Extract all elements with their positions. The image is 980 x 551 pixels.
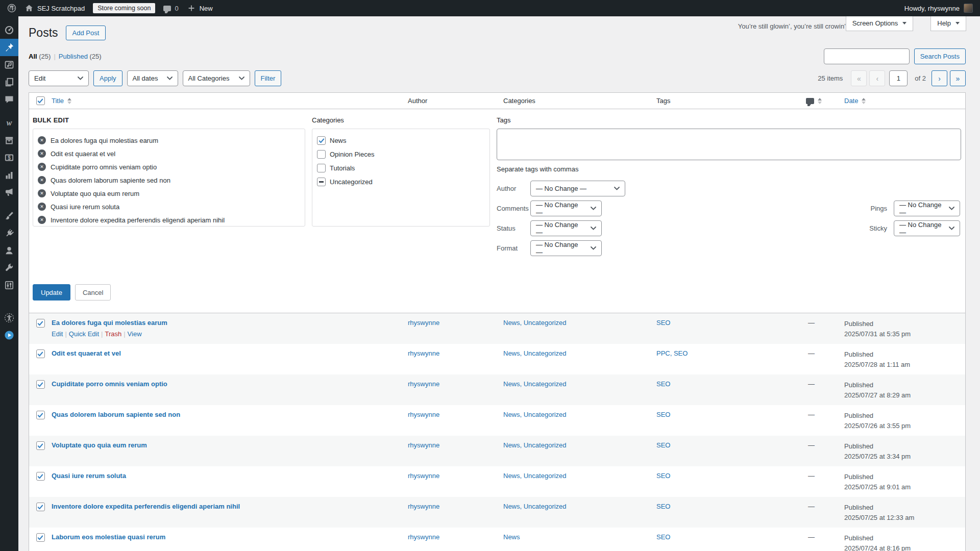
sidebar-item-appearance[interactable] [0,207,18,224]
sidebar-item-posts[interactable] [0,39,18,56]
remove-item-icon[interactable] [38,136,46,144]
post-author-link[interactable]: rhyswynne [408,319,439,327]
sidebar-item-tools[interactable] [0,259,18,277]
row-checkbox[interactable] [36,319,45,328]
sidebar-item-video-tutorials[interactable] [0,327,18,344]
sidebar-item-marketing[interactable] [0,184,18,201]
last-page-button[interactable]: » [950,70,966,86]
post-tags-links[interactable]: SEO [656,319,670,327]
filter-button[interactable]: Filter [255,70,282,86]
post-author-link[interactable]: rhyswynne [408,349,439,357]
post-categories-links[interactable]: News, Uncategorized [503,441,567,449]
post-tags-links[interactable]: SEO [656,380,670,388]
post-categories-links[interactable]: News, Uncategorized [503,319,567,327]
sort-by-date[interactable]: Date [844,97,866,105]
bulk-action-select[interactable]: Edit [29,70,89,86]
update-button[interactable]: Update [33,284,70,300]
site-menu[interactable]: SEJ Scratchpad [24,4,85,13]
sort-by-comments[interactable] [806,98,822,104]
post-title-link[interactable]: Odit est quaerat et vel [52,349,121,357]
sticky-select[interactable]: — No Change — [894,220,960,236]
post-title-link[interactable]: Quasi iure rerum soluta [52,472,126,480]
post-categories-links[interactable]: News [503,533,520,541]
sidebar-item-accessibility[interactable] [0,309,18,327]
post-title-link[interactable]: Inventore dolore expedita perferendis el… [52,503,240,510]
sidebar-item-w-plugin[interactable]: w [0,114,18,132]
wordpress-logo-icon[interactable] [7,4,16,13]
account-menu[interactable]: Howdy, rhyswynne [904,4,973,13]
author-select[interactable]: — No Change — [530,181,625,196]
category-checkbox[interactable] [317,164,326,172]
row-checkbox[interactable] [36,380,45,389]
row-checkbox[interactable] [36,411,45,419]
new-content-menu[interactable]: New [187,4,213,13]
remove-item-icon[interactable] [38,149,46,158]
date-filter-select[interactable]: All dates [127,70,178,86]
post-tags-links[interactable]: SEO [656,441,670,449]
add-post-button[interactable]: Add Post [66,26,106,40]
help-tab[interactable]: Help [930,16,966,31]
sidebar-item-archive[interactable] [0,132,18,149]
post-author-link[interactable]: rhyswynne [408,380,439,388]
row-checkbox[interactable] [36,441,45,450]
post-categories-links[interactable]: News, Uncategorized [503,411,567,418]
view-all-link[interactable]: All (25) [29,53,51,60]
edit-link[interactable]: Edit [52,330,63,338]
tags-textarea[interactable] [497,129,961,160]
post-title-link[interactable]: Quas dolorem laborum sapiente sed non [52,411,180,418]
post-title-link[interactable]: Laborum eos molestiae quasi rerum [52,533,165,541]
post-categories-links[interactable]: News, Uncategorized [503,380,567,388]
post-author-link[interactable]: rhyswynne [408,503,439,510]
sidebar-item-users[interactable] [0,242,18,259]
post-title-link[interactable]: Cupiditate porro omnis veniam optio [52,380,167,388]
cancel-button[interactable]: Cancel [75,284,111,300]
row-checkbox[interactable] [36,472,45,481]
post-tags-links[interactable]: SEO [656,411,670,418]
post-author-link[interactable]: rhyswynne [408,441,439,449]
sidebar-item-dashboard[interactable] [0,21,18,39]
post-title-link[interactable]: Ea dolores fuga qui molestias earum [52,319,167,327]
category-checkbox[interactable] [317,150,326,159]
post-categories-links[interactable]: News, Uncategorized [503,503,567,510]
trash-link[interactable]: Trash [105,330,121,338]
remove-item-icon[interactable] [38,163,46,171]
view-link[interactable]: View [128,330,142,338]
sidebar-item-pages[interactable] [0,73,18,91]
admin-bar-comments[interactable]: 0 [163,5,178,12]
sidebar-item-analytics[interactable] [0,166,18,184]
apply-button[interactable]: Apply [93,70,122,86]
screen-options-tab[interactable]: Screen Options [846,16,914,31]
post-title-link[interactable]: Voluptate quo quia eum rerum [52,441,147,449]
sidebar-item-sales[interactable]: $ [0,149,18,166]
view-published-link[interactable]: Published (25) [59,53,102,60]
post-tags-links[interactable]: PPC, SEO [656,349,688,357]
remove-item-icon[interactable] [38,189,46,197]
search-posts-button[interactable]: Search Posts [914,48,966,64]
status-select[interactable]: — No Change — [530,220,602,236]
post-categories-links[interactable]: News, Uncategorized [503,472,567,480]
row-checkbox[interactable] [36,349,45,358]
category-filter-select[interactable]: All Categories [183,70,250,86]
post-author-link[interactable]: rhyswynne [408,533,439,541]
next-page-button[interactable]: › [932,70,947,86]
sort-by-title[interactable]: Title [52,97,71,105]
sidebar-item-comments[interactable] [0,91,18,108]
select-all-checkbox[interactable] [36,96,45,105]
post-author-link[interactable]: rhyswynne [408,411,439,418]
search-input[interactable] [824,48,910,64]
post-tags-links[interactable]: SEO [656,472,670,480]
sidebar-item-settings[interactable] [0,277,18,294]
post-tags-links[interactable]: SEO [656,503,670,510]
pings-select[interactable]: — No Change — [894,201,960,216]
remove-item-icon[interactable] [38,216,46,224]
row-checkbox[interactable] [36,533,45,542]
sidebar-item-media[interactable] [0,56,18,73]
row-checkbox[interactable] [36,503,45,511]
remove-item-icon[interactable] [38,203,46,211]
current-page-input[interactable] [889,70,908,86]
quick-edit-link[interactable]: Quick Edit [69,330,99,338]
category-checkbox-checked[interactable] [317,136,326,145]
post-tags-links[interactable]: SEO [656,533,670,541]
post-author-link[interactable]: rhyswynne [408,472,439,480]
sidebar-item-plugins[interactable] [0,224,18,242]
